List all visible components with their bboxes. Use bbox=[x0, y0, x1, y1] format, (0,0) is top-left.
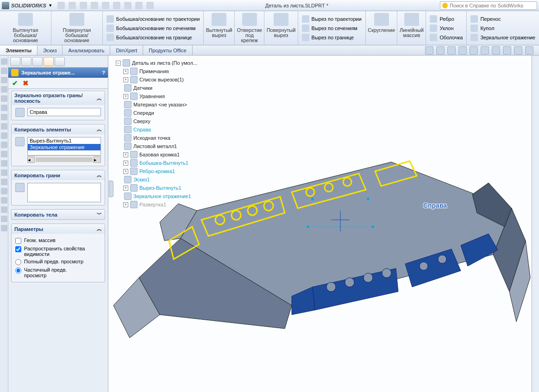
graphics-viewport[interactable]: Справа −Деталь из листа (По умол... +При… bbox=[108, 56, 532, 392]
extruded-cut-button[interactable]: Вытянутый вырез bbox=[204, 11, 235, 45]
shell-button[interactable]: Оболочка bbox=[430, 34, 463, 41]
fillet-button[interactable]: Скругление bbox=[366, 11, 398, 45]
boundary-cut-button[interactable]: Вырез по границе bbox=[302, 34, 354, 41]
revolved-cut-button[interactable]: Повернутый вырез bbox=[264, 11, 298, 45]
tool-icon[interactable] bbox=[1, 114, 7, 120]
extruded-boss-button[interactable]: Вытянутая бобышка/основание bbox=[0, 11, 51, 45]
tree-node[interactable]: Эскиз1 bbox=[116, 176, 204, 184]
tool-icon[interactable] bbox=[1, 169, 7, 176]
tool-icon[interactable] bbox=[1, 197, 7, 204]
tree-node[interactable]: +Примечания bbox=[116, 68, 204, 76]
expand-icon[interactable]: + bbox=[123, 202, 128, 207]
tree-node[interactable]: +Бобышка-Вытянуть1 bbox=[116, 159, 204, 168]
horizontal-scrollbar[interactable]: ◂ ▸ bbox=[27, 156, 101, 163]
tree-node[interactable]: +Ребро-кромка1 bbox=[116, 168, 204, 176]
wrap-button[interactable]: Перенос bbox=[470, 15, 501, 23]
group-header[interactable]: Зеркально отразить грань/плоскость ︽ bbox=[12, 91, 105, 105]
tab-evaluate[interactable]: Анализировать bbox=[63, 45, 110, 55]
group-header[interactable]: Копировать элементы ︽ bbox=[12, 124, 105, 134]
help-search-box[interactable] bbox=[440, 1, 537, 10]
scroll-thumb[interactable] bbox=[36, 157, 93, 162]
ok-button[interactable]: ✔ bbox=[12, 79, 18, 87]
tool-icon[interactable] bbox=[1, 206, 7, 213]
group-header[interactable]: Копировать грани ︽ bbox=[12, 170, 105, 180]
expand-icon[interactable]: + bbox=[123, 77, 128, 82]
edit-appearance-icon[interactable] bbox=[503, 46, 511, 55]
rebuild-icon[interactable] bbox=[124, 2, 132, 9]
print-icon[interactable] bbox=[91, 2, 98, 9]
tool-icon[interactable] bbox=[1, 68, 7, 74]
configuration-manager-tab[interactable] bbox=[32, 57, 43, 66]
propagate-checkbox[interactable] bbox=[15, 246, 21, 252]
section-view-icon[interactable] bbox=[458, 46, 467, 55]
hole-wizard-button[interactable]: Отверстие под крепеж bbox=[235, 11, 264, 45]
face-select-icon[interactable] bbox=[15, 183, 25, 192]
display-manager-tab[interactable] bbox=[55, 57, 65, 66]
expand-icon[interactable]: + bbox=[123, 186, 128, 191]
mirror-button[interactable]: Зеркальное отражение bbox=[470, 34, 535, 41]
property-manager-tab[interactable] bbox=[21, 57, 31, 66]
collapse-icon[interactable]: − bbox=[116, 61, 121, 66]
tool-icon[interactable] bbox=[1, 160, 7, 167]
faces-listbox[interactable] bbox=[27, 183, 101, 202]
tree-node[interactable]: +Развертка1 bbox=[116, 201, 204, 209]
tree-node[interactable]: +Уравнения bbox=[116, 93, 204, 101]
dimxpert-manager-tab[interactable] bbox=[44, 57, 54, 66]
tree-node[interactable]: Зеркальное отражение1 bbox=[116, 193, 204, 201]
save-icon[interactable] bbox=[80, 2, 87, 9]
tool-icon[interactable] bbox=[1, 86, 7, 93]
mirror-plane-input[interactable] bbox=[27, 108, 101, 116]
task-pane[interactable] bbox=[532, 56, 539, 392]
feature-manager-tab[interactable] bbox=[10, 57, 20, 66]
tree-node[interactable]: Сверху bbox=[116, 118, 204, 126]
new-icon[interactable] bbox=[57, 2, 65, 9]
select-icon[interactable] bbox=[113, 2, 120, 9]
tool-icon[interactable] bbox=[1, 105, 7, 111]
expand-icon[interactable]: + bbox=[123, 152, 128, 157]
tool-icon[interactable] bbox=[1, 188, 7, 194]
view-orientation-icon[interactable] bbox=[470, 46, 478, 55]
feature-select-icon[interactable] bbox=[15, 137, 25, 146]
group-header[interactable]: Параметры ︽ bbox=[12, 224, 105, 234]
tree-node[interactable]: +Список вырезов(1) bbox=[116, 76, 204, 84]
features-listbox[interactable]: Вырез-Вытянуть1 Зеркальное отражение bbox=[27, 137, 101, 156]
tool-icon[interactable] bbox=[1, 58, 7, 65]
swept-boss-button[interactable]: Бобышка/основание по траектории bbox=[107, 15, 200, 23]
linear-pattern-button[interactable]: Линейный массив bbox=[397, 11, 426, 45]
tree-node-selected[interactable]: Справа bbox=[116, 126, 204, 134]
tree-node[interactable]: Листовой металл1 bbox=[116, 143, 204, 151]
group-header[interactable]: Копировать тела ︾ bbox=[12, 210, 105, 219]
tree-node[interactable]: Датчики bbox=[116, 84, 204, 93]
swept-cut-button[interactable]: Вырез по траектории bbox=[302, 15, 362, 23]
boundary-boss-button[interactable]: Бобышка/основание на границе bbox=[107, 34, 192, 41]
tab-sketch[interactable]: Эскиз bbox=[38, 45, 63, 55]
tab-dimxpert[interactable]: DimXpert bbox=[110, 45, 143, 55]
revolved-boss-button[interactable]: Повернутая бобышка/основание bbox=[51, 11, 103, 45]
tree-node[interactable]: +Вырез-Вытянуть1 bbox=[116, 184, 204, 193]
expand-icon[interactable]: + bbox=[123, 161, 128, 166]
partial-preview-radio[interactable] bbox=[15, 268, 21, 274]
tool-icon[interactable] bbox=[1, 225, 7, 231]
options-icon[interactable] bbox=[135, 2, 143, 9]
panel-grab-handle[interactable] bbox=[109, 180, 113, 197]
cancel-button[interactable]: ✖ bbox=[23, 79, 29, 87]
expand-icon[interactable]: + bbox=[123, 69, 128, 74]
prev-view-icon[interactable] bbox=[447, 46, 456, 55]
scroll-right-icon[interactable]: ▸ bbox=[94, 156, 101, 163]
scroll-left-icon[interactable]: ◂ bbox=[27, 156, 35, 163]
draft-button[interactable]: Уклон bbox=[430, 25, 453, 32]
dome-button[interactable]: Купол bbox=[470, 25, 494, 32]
open-icon[interactable] bbox=[69, 2, 76, 9]
menu-dropdown-icon[interactable]: ▾ bbox=[49, 2, 52, 8]
undo-icon[interactable] bbox=[102, 2, 109, 9]
tool-icon[interactable] bbox=[1, 142, 7, 148]
expand-icon[interactable]: + bbox=[123, 169, 128, 174]
tree-root[interactable]: −Деталь из листа (По умол... bbox=[116, 59, 204, 68]
tool-icon[interactable] bbox=[1, 95, 7, 102]
view-settings-icon[interactable] bbox=[525, 46, 533, 55]
tree-node[interactable]: +Базовая кромка1 bbox=[116, 151, 204, 159]
zoom-area-icon[interactable] bbox=[436, 46, 445, 55]
hide-show-icon[interactable] bbox=[492, 46, 500, 55]
help-icon[interactable] bbox=[146, 2, 154, 9]
tree-node[interactable]: Исходная точка bbox=[116, 134, 204, 143]
